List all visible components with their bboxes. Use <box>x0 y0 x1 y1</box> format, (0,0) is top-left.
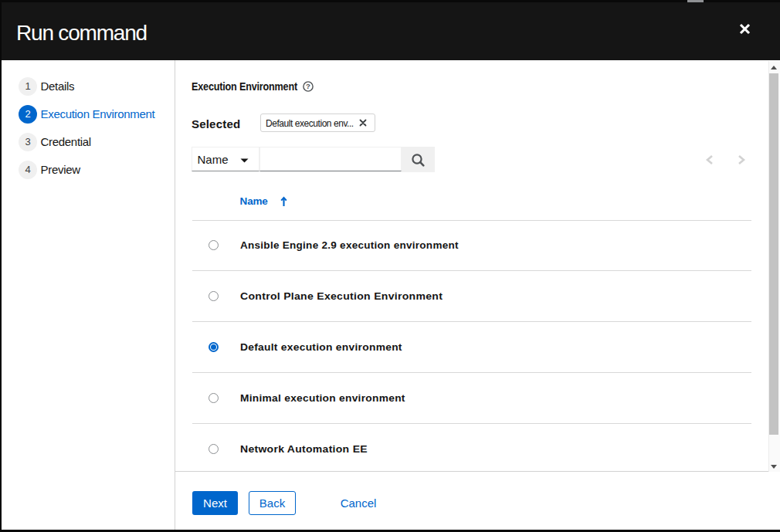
svg-text:?: ? <box>306 82 310 90</box>
